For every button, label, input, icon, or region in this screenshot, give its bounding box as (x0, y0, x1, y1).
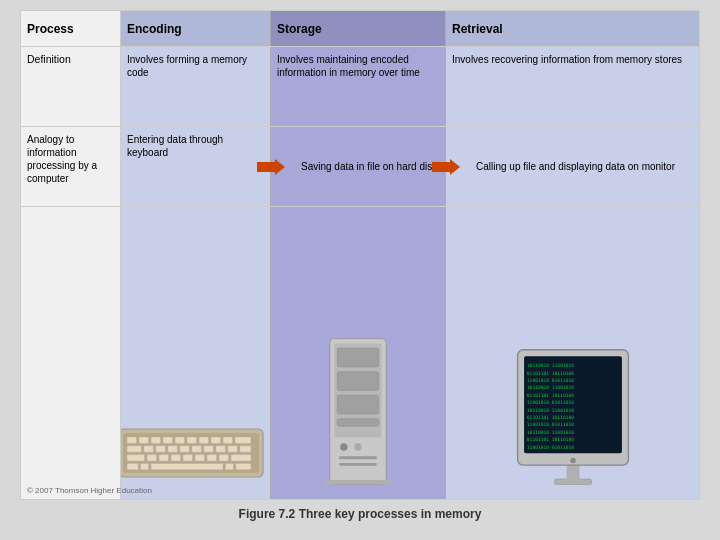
arrow-to-retrieval-icon (432, 157, 460, 177)
svg-text:01101101 10110100: 01101101 10110100 (526, 393, 573, 398)
svg-rect-5 (139, 437, 149, 443)
copyright-text: © 2007 Thomson Higher Education (27, 486, 152, 495)
svg-rect-9 (187, 437, 197, 443)
svg-rect-31 (219, 455, 229, 461)
definition-row: Definition Involves forming a memory cod… (21, 47, 699, 127)
analogy-label-cell: Analogy to information processing by a c… (21, 127, 121, 206)
analogy-row: Analogy to information processing by a c… (21, 127, 699, 207)
svg-rect-15 (144, 446, 154, 452)
svg-rect-26 (159, 455, 169, 461)
svg-rect-29 (195, 455, 205, 461)
svg-rect-46 (339, 456, 377, 459)
header-retrieval: Retrieval (446, 11, 699, 46)
svg-point-44 (340, 443, 348, 451)
svg-rect-27 (171, 455, 181, 461)
svg-text:11001010 01011010: 11001010 01011010 (526, 400, 573, 405)
definition-label-cell: Definition (21, 47, 121, 126)
arrow-to-storage-icon (257, 157, 285, 177)
svg-rect-22 (228, 446, 238, 452)
svg-marker-0 (257, 159, 285, 175)
svg-text:10110010 11001010: 10110010 11001010 (526, 363, 573, 368)
definition-retrieval-cell: Involves recovering information from mem… (446, 47, 699, 126)
svg-rect-6 (151, 437, 161, 443)
image-storage-cell (271, 207, 446, 499)
analogy-encoding-cell: Entering data through keyboard (121, 127, 271, 206)
diagram-container: Process Encoding Storage Retrieval Defin… (20, 10, 700, 500)
svg-marker-1 (432, 159, 460, 175)
svg-rect-19 (192, 446, 202, 452)
svg-rect-42 (337, 395, 378, 414)
svg-rect-17 (168, 446, 178, 452)
computer-tower-icon (308, 334, 408, 494)
definition-encoding-cell: Involves forming a memory code (121, 47, 271, 126)
svg-text:11001010 01011010: 11001010 01011010 (526, 445, 573, 450)
svg-rect-12 (223, 437, 233, 443)
analogy-label: Analogy to information processing by a c… (27, 134, 97, 184)
svg-text:10110010 11001010: 10110010 11001010 (526, 408, 573, 413)
analogy-storage-cell: Saving data in file on hard disk (271, 127, 446, 206)
image-encoding-cell (121, 207, 271, 499)
definition-label: Definition (27, 53, 71, 65)
svg-rect-33 (127, 463, 138, 469)
retrieval-header-label: Retrieval (452, 22, 503, 36)
header-encoding: Encoding (121, 11, 271, 46)
svg-rect-4 (127, 437, 137, 443)
svg-rect-37 (236, 463, 251, 469)
page-wrapper: Process Encoding Storage Retrieval Defin… (0, 0, 720, 540)
svg-rect-23 (240, 446, 251, 452)
storage-definition-text: Involves maintaining encoded information… (277, 54, 420, 78)
computer-monitor-icon: 10110010 11001010 01101101 10110100 1100… (513, 344, 633, 494)
svg-rect-8 (175, 437, 185, 443)
svg-rect-41 (337, 372, 378, 391)
caption-text: Figure 7.2 Three key processes in memory (239, 507, 482, 521)
image-label-cell (21, 207, 121, 499)
definition-storage-cell: Involves maintaining encoded information… (271, 47, 446, 126)
svg-rect-35 (151, 463, 223, 469)
header-storage: Storage (271, 11, 446, 46)
image-row: 10110010 11001010 01101101 10110100 1100… (21, 207, 699, 499)
svg-rect-40 (337, 348, 378, 367)
keyboard-icon (121, 409, 271, 489)
svg-point-65 (570, 458, 576, 464)
svg-rect-47 (339, 463, 377, 466)
svg-text:11001010 01011010: 11001010 01011010 (526, 422, 573, 427)
svg-rect-13 (235, 437, 251, 443)
svg-rect-10 (199, 437, 209, 443)
storage-header-label: Storage (277, 22, 322, 36)
svg-rect-18 (180, 446, 190, 452)
svg-rect-43 (337, 419, 378, 427)
svg-text:10110010 11001010: 10110010 11001010 (526, 385, 573, 390)
image-retrieval-cell: 10110010 11001010 01101101 10110100 1100… (446, 207, 699, 499)
process-header-label: Process (27, 22, 74, 36)
svg-rect-28 (183, 455, 193, 461)
figure-caption: Figure 7.2 Three key processes in memory (0, 500, 720, 528)
svg-rect-24 (127, 455, 145, 461)
encoding-analogy-text: Entering data through keyboard (127, 134, 223, 158)
svg-text:01101101 10110100: 01101101 10110100 (526, 371, 573, 376)
svg-text:11001010 01011010: 11001010 01011010 (526, 378, 573, 383)
header-row: Process Encoding Storage Retrieval (21, 11, 699, 47)
encoding-header-label: Encoding (127, 22, 182, 36)
svg-rect-14 (127, 446, 141, 452)
svg-rect-36 (225, 463, 233, 469)
svg-rect-16 (156, 446, 166, 452)
svg-rect-50 (566, 465, 579, 481)
svg-rect-21 (216, 446, 226, 452)
svg-rect-30 (207, 455, 217, 461)
copyright-label: © 2007 Thomson Higher Education (27, 486, 152, 495)
svg-rect-25 (147, 455, 157, 461)
svg-rect-34 (141, 463, 149, 469)
svg-rect-48 (325, 480, 391, 485)
svg-text:10110010 11001010: 10110010 11001010 (526, 430, 573, 435)
svg-rect-20 (204, 446, 214, 452)
svg-point-45 (354, 443, 362, 451)
analogy-retrieval-cell: Calling up file and displaying data on m… (446, 127, 699, 206)
svg-text:01101101 10110100: 01101101 10110100 (526, 415, 573, 420)
encoding-definition-text: Involves forming a memory code (127, 54, 247, 78)
retrieval-analogy-text: Calling up file and displaying data on m… (476, 160, 675, 173)
header-process: Process (21, 11, 121, 46)
svg-rect-7 (163, 437, 173, 443)
retrieval-definition-text: Involves recovering information from mem… (452, 54, 682, 65)
svg-text:01101101 10110100: 01101101 10110100 (526, 437, 573, 442)
storage-analogy-text: Saving data in file on hard disk (301, 160, 437, 173)
